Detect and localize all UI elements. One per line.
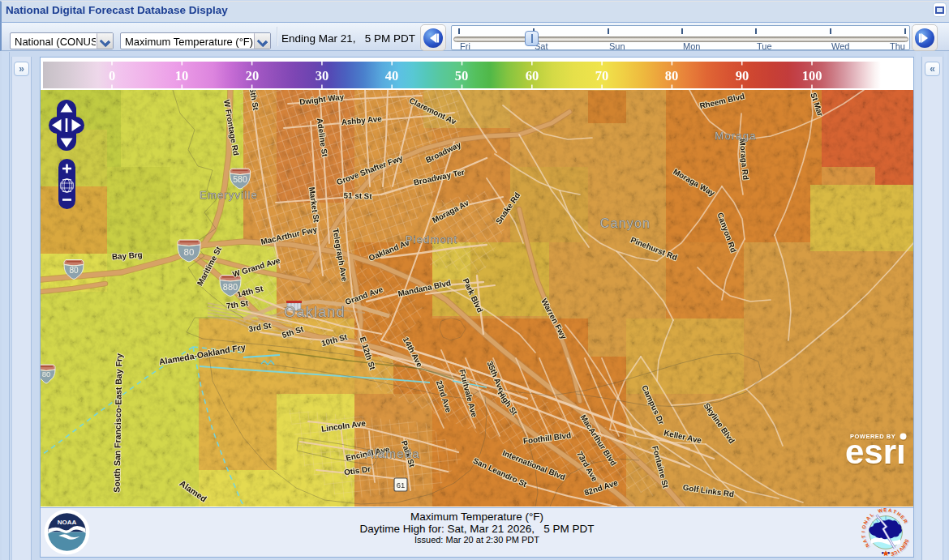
svg-text:Alameda: Alameda xyxy=(365,447,420,460)
svg-text:E: E xyxy=(883,508,887,512)
svg-text:E: E xyxy=(890,551,895,557)
svg-text:20: 20 xyxy=(246,68,260,83)
svg-text:80: 80 xyxy=(69,266,79,275)
svg-text:80: 80 xyxy=(184,247,195,257)
svg-text:0: 0 xyxy=(109,68,115,83)
svg-text:T: T xyxy=(861,534,866,538)
svg-text:51 st St: 51 st St xyxy=(344,190,373,200)
svg-text:Piedmont: Piedmont xyxy=(406,233,458,246)
svg-text:Canyon: Canyon xyxy=(600,216,651,230)
svg-text:Moraga: Moraga xyxy=(715,130,756,142)
svg-text:90: 90 xyxy=(736,68,749,83)
svg-text:NOAA: NOAA xyxy=(58,519,77,526)
svg-text:Emeryville: Emeryville xyxy=(200,189,258,201)
svg-text:580: 580 xyxy=(233,174,247,184)
svg-text:40: 40 xyxy=(385,68,399,83)
svg-text:70: 70 xyxy=(595,68,609,83)
svg-text:80: 80 xyxy=(665,68,679,83)
svg-text:Oakland: Oakland xyxy=(284,304,345,320)
svg-text:10: 10 xyxy=(175,68,189,83)
svg-text:30: 30 xyxy=(316,68,329,83)
svg-text:60: 60 xyxy=(526,68,539,83)
svg-text:I: I xyxy=(861,531,865,532)
svg-text:esrı: esrı xyxy=(845,433,906,471)
svg-text:50: 50 xyxy=(455,68,469,83)
svg-text:80: 80 xyxy=(42,370,51,378)
svg-text:61: 61 xyxy=(397,481,406,489)
svg-text:100: 100 xyxy=(802,68,822,83)
